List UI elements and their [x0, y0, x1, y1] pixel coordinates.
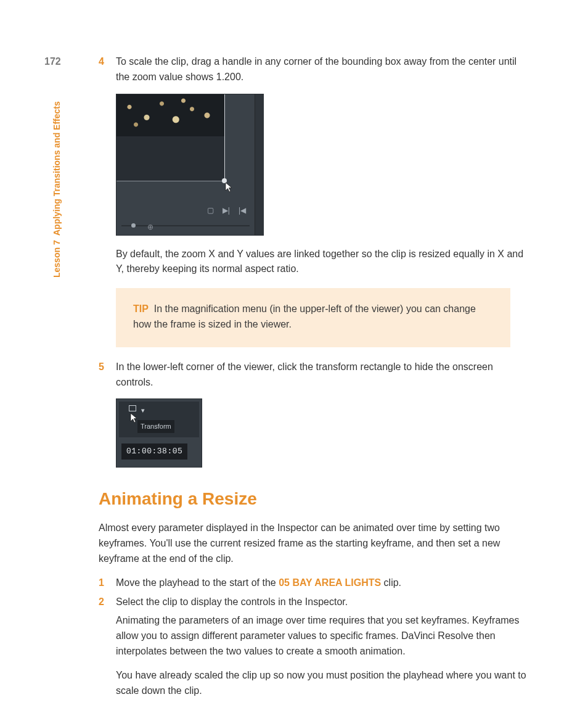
next-clip-icon: ▶| — [223, 205, 230, 216]
screenshot-viewer-bounding-box: ▢ ▶| |◀ ⊕ — [116, 94, 264, 236]
lesson-sidebar-label: Lesson 7 Applying Transitions and Effect… — [51, 101, 63, 278]
page-number: 172 — [44, 54, 61, 69]
section-heading: Animating a Resize — [99, 486, 530, 512]
clip-name: 05 BAY AREA LIGHTS — [279, 577, 381, 588]
section-intro: Almost every parameter displayed in the … — [99, 521, 530, 566]
frame-icon: ▢ — [207, 205, 214, 216]
step-text: Move the playhead to the start of the 05… — [116, 575, 530, 591]
step-1-post: clip. — [381, 577, 401, 588]
step-number: 4 — [99, 54, 116, 85]
zoom-plus-icon: ⊕ — [147, 221, 153, 233]
step-number: 2 — [99, 595, 116, 610]
timecode-display: 01:00:38:05 — [121, 443, 187, 460]
page-content: 4 To scale the clip, drag a handle in an… — [99, 54, 530, 707]
step-2-para-2: You have already scaled the clip up so n… — [116, 668, 530, 699]
lesson-number: Lesson 7 — [52, 240, 62, 278]
step-2-para-1: Animating the parameters of an image ove… — [116, 613, 530, 659]
step-number: 5 — [99, 360, 116, 390]
chevron-down-icon: ▾ — [141, 405, 145, 416]
cursor-icon — [225, 182, 235, 193]
tip-label: TIP — [133, 303, 149, 314]
step-4-followup: By default, the zoom X and Y values are … — [116, 247, 530, 278]
viewer-side-panel — [255, 94, 263, 235]
transform-rectangle-icon — [129, 405, 136, 411]
step-2: 2 Select the clip to display the control… — [99, 595, 530, 610]
zoom-track — [121, 225, 250, 226]
video-preview-lower — [116, 136, 224, 181]
prev-clip-icon: |◀ — [239, 205, 246, 216]
viewer-transport-controls: ▢ ▶| |◀ — [116, 203, 255, 218]
tip-callout: TIP In the magnification menu (in the up… — [116, 288, 510, 347]
step-text: In the lower-left corner of the viewer, … — [116, 360, 530, 390]
step-text: To scale the clip, drag a handle in any … — [116, 54, 530, 85]
zoom-slider-dot — [131, 223, 136, 228]
screenshot-transform-toggle: ▾ Transform 01:00:38:05 — [116, 398, 202, 468]
transform-tooltip: Transform — [137, 420, 174, 433]
step-number: 1 — [99, 575, 116, 591]
step-5: 5 In the lower-left corner of the viewer… — [99, 360, 530, 390]
video-preview-bokeh — [116, 94, 224, 136]
bounding-box-edge-horizontal — [116, 181, 224, 181]
lesson-title: Applying Transitions and Effects — [52, 101, 62, 236]
bounding-box-edge-vertical — [224, 94, 225, 181]
step-1-pre: Move the playhead to the start of the — [116, 577, 279, 588]
step-4: 4 To scale the clip, drag a handle in an… — [99, 54, 530, 85]
step-1: 1 Move the playhead to the start of the … — [99, 575, 530, 591]
tip-text: In the magnification menu (in the upper-… — [133, 303, 476, 329]
step-text: Select the clip to display the controls … — [116, 595, 530, 610]
